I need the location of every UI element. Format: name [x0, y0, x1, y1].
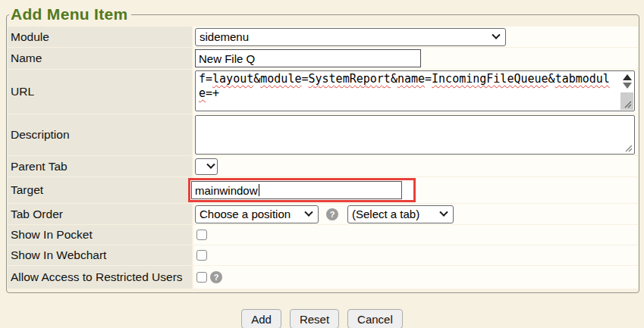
target-highlight-annotation: mainwindow: [188, 178, 416, 202]
cancel-button[interactable]: Cancel: [347, 309, 403, 328]
chevron-down-icon: [492, 30, 500, 39]
row-show-in-pocket: Show In Pocket: [8, 225, 638, 245]
target-label: Target: [8, 177, 192, 203]
allow-restricted-label: Allow Access to Restricted Users: [8, 266, 192, 289]
chevron-down-icon: [206, 160, 215, 168]
parent-tab-select[interactable]: [195, 158, 218, 175]
row-description: Description: [8, 114, 638, 155]
scroll-up-icon[interactable]: [623, 74, 632, 80]
description-label: Description: [8, 114, 192, 155]
help-icon[interactable]: ?: [326, 208, 338, 220]
tab-order-label: Tab Order: [8, 204, 192, 224]
text-caret: [259, 184, 259, 196]
row-parent-tab: Parent Tab: [8, 156, 638, 176]
reset-button[interactable]: Reset: [290, 309, 339, 328]
chevron-down-icon: [304, 208, 313, 216]
help-icon[interactable]: ?: [210, 271, 222, 283]
name-input[interactable]: New File Q: [195, 49, 421, 67]
target-input-value: mainwindow: [195, 184, 258, 197]
url-label: URL: [8, 70, 192, 114]
button-bar: Add Reset Cancel: [0, 309, 644, 328]
row-tab-order: Tab Order Choose a position ? (Select a …: [8, 204, 638, 224]
row-target: Target mainwindow: [8, 177, 638, 203]
textarea-scrollbar[interactable]: [620, 72, 633, 110]
name-label: Name: [8, 48, 192, 69]
row-name: Name New File Q: [8, 48, 638, 69]
show-in-pocket-checkbox[interactable]: [196, 230, 207, 240]
row-module: Module sidemenu: [8, 27, 638, 47]
url-textarea[interactable]: f=layout&module=SystemReport&name=Incomi…: [195, 70, 635, 111]
resize-grip-icon[interactable]: [624, 101, 632, 108]
allow-restricted-checkbox[interactable]: [196, 272, 207, 283]
target-input[interactable]: mainwindow: [191, 181, 402, 199]
row-show-in-webchart: Show In Webchart: [8, 245, 638, 265]
name-input-value: New File Q: [199, 52, 255, 65]
row-url: URL f=layout&module=SystemReport&name=In…: [8, 70, 638, 114]
description-textarea[interactable]: [195, 115, 635, 155]
tab-select-value: (Select a tab): [352, 208, 433, 220]
page-title: Add Menu Item: [9, 5, 131, 23]
module-select-value: sidemenu: [199, 30, 485, 43]
show-in-pocket-label: Show In Pocket: [8, 225, 192, 245]
add-menu-item-panel: Add Menu Item Module sidemenu Name New F…: [6, 5, 639, 293]
show-in-webchart-checkbox[interactable]: [196, 250, 207, 261]
scroll-down-icon[interactable]: [623, 83, 632, 89]
show-in-webchart-label: Show In Webchart: [8, 245, 192, 265]
add-button[interactable]: Add: [241, 309, 281, 328]
tab-select[interactable]: (Select a tab): [347, 205, 454, 223]
scrollbar-track[interactable]: [620, 92, 633, 110]
url-text-line2: e=+: [199, 86, 619, 101]
module-select[interactable]: sidemenu: [195, 28, 506, 46]
module-label: Module: [8, 27, 192, 47]
tab-order-position-select[interactable]: Choose a position: [195, 205, 319, 223]
page: Add Menu Item Module sidemenu Name New F…: [0, 0, 644, 328]
parent-tab-label: Parent Tab: [8, 156, 192, 176]
row-allow-restricted: Allow Access to Restricted Users ?: [8, 266, 638, 289]
chevron-down-icon: [439, 208, 448, 216]
resize-grip-icon[interactable]: [625, 145, 633, 152]
tab-order-position-value: Choose a position: [199, 208, 298, 220]
url-text-line1: f=layout&module=SystemReport&name=Incomi…: [199, 72, 619, 86]
